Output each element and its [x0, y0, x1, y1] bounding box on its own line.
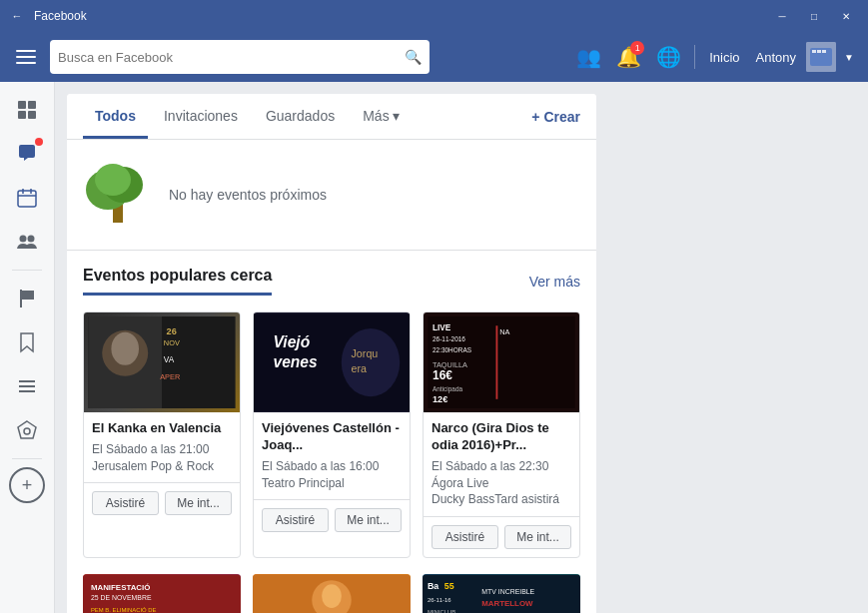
svg-text:12€: 12€ [433, 394, 447, 404]
store-icon [16, 419, 38, 441]
asistire-btn-2[interactable]: Asistiré [262, 508, 329, 532]
svg-text:26: 26 [167, 326, 177, 336]
svg-rect-6 [28, 101, 36, 109]
nav-icons: 👥 🔔 1 🌐 Inicio Antony ▼ [570, 39, 858, 75]
globe-icon: 🌐 [656, 45, 681, 69]
minimize-button[interactable]: ─ [768, 6, 796, 26]
calendar-icon [16, 187, 38, 209]
sidebar-item-saved[interactable] [7, 322, 47, 362]
content-area: Todos Invitaciones Guardados Más ▾ + Cre… [55, 82, 608, 613]
inicio-button[interactable]: Inicio [703, 46, 745, 69]
event-info-1: El Kanka en Valencia El Sábado a las 21:… [84, 412, 240, 482]
svg-rect-3 [817, 50, 821, 53]
title-bar: ← Facebook ─ □ ✕ [0, 0, 868, 32]
svg-text:APER: APER [160, 372, 180, 381]
app-title: Facebook [34, 9, 87, 23]
event-info-3: Narco (Gira Dios te odia 2016)+Pr... El … [424, 412, 579, 516]
event-image-1: 26 NOV VA APER [84, 312, 240, 412]
sidebar-item-marketplace[interactable] [7, 410, 47, 450]
svg-point-13 [20, 236, 27, 243]
svg-rect-9 [18, 191, 36, 207]
svg-text:55: 55 [444, 581, 454, 591]
flag-icon [16, 288, 38, 309]
event-date-1: El Sábado a las 21:00 [92, 441, 232, 458]
svg-point-14 [28, 236, 35, 243]
back-icon: ← [12, 10, 23, 22]
events-grid: 26 NOV VA APER El Kanka en Valencia El S… [67, 304, 596, 574]
svg-point-28 [111, 332, 139, 365]
chat-icon [16, 143, 38, 165]
event-date-2: El Sábado a las 16:00 [262, 458, 402, 475]
meint-btn-2[interactable]: Me int... [335, 508, 402, 532]
tree-svg [83, 160, 153, 230]
meint-btn-1[interactable]: Me int... [165, 491, 232, 515]
no-events-banner: No hay eventos próximos [67, 140, 596, 251]
sidebar-item-home[interactable] [7, 90, 47, 130]
add-icon: + [22, 475, 33, 496]
notifications-nav-button[interactable]: 🔔 1 [610, 39, 646, 75]
event-card-1[interactable]: 26 NOV VA APER El Kanka en Valencia El S… [83, 311, 241, 558]
meint-btn-3[interactable]: Me int... [504, 525, 571, 549]
sidebar: + [0, 82, 55, 613]
event-actions-2: Asistiré Me int... [254, 499, 410, 540]
close-button[interactable]: ✕ [832, 6, 860, 26]
svg-text:22:30HORAS: 22:30HORAS [433, 346, 471, 353]
svg-text:Ba: Ba [428, 581, 438, 591]
tab-guardados[interactable]: Guardados [254, 94, 347, 139]
search-icon[interactable]: 🔍 [405, 49, 422, 65]
search-input[interactable] [58, 50, 399, 65]
svg-text:venes: venes [274, 353, 319, 370]
globe-nav-button[interactable]: 🌐 [650, 39, 686, 75]
hamburger-line-1 [16, 50, 36, 52]
tree-illustration [83, 160, 153, 230]
event-card-3[interactable]: LIVE 26-11-2016 22:30HORAS NA TAQUILLA 1… [423, 311, 580, 558]
maximize-button[interactable]: □ [800, 6, 828, 26]
bottom-thumbnails: MANIFESTACIÓ 25 DE NOVEMBRE PEM B. ELIMI… [67, 574, 596, 613]
svg-rect-4 [822, 50, 826, 53]
avatar[interactable] [806, 42, 836, 72]
event-image-2: Viejó venes Jorqu era [254, 312, 410, 412]
sidebar-item-groups[interactable] [7, 222, 47, 262]
bottom-thumb-2[interactable]: vine al directe... [253, 574, 411, 613]
svg-rect-5 [18, 101, 26, 109]
back-button[interactable]: ← [8, 7, 26, 25]
svg-text:MTV INCREIBLE: MTV INCREIBLE [481, 588, 534, 595]
event-actions-1: Asistiré Me int... [84, 482, 240, 523]
groups-icon [16, 231, 38, 253]
asistire-btn-3[interactable]: Asistiré [432, 525, 498, 549]
user-name-button[interactable]: Antony [750, 46, 802, 69]
asistire-btn-1[interactable]: Asistiré [92, 491, 159, 515]
svg-marker-19 [18, 421, 36, 438]
main-layout: + Todos Invitaciones Guardados Más ▾ + C… [0, 82, 868, 613]
svg-point-36 [342, 328, 401, 396]
event-card-2[interactable]: Viejó venes Jorqu era Viejóvenes Castell… [253, 311, 411, 558]
sidebar-item-events[interactable] [7, 178, 47, 218]
ver-mas-button[interactable]: Ver más [529, 274, 580, 290]
home-icon [16, 99, 38, 121]
friends-icon: 👥 [576, 45, 601, 69]
friends-nav-button[interactable]: 👥 [570, 39, 606, 75]
svg-text:PEM B. ELIMINACIÓ DE: PEM B. ELIMINACIÓ DE [91, 607, 157, 613]
svg-point-20 [24, 428, 30, 434]
hamburger-button[interactable] [10, 41, 42, 73]
tab-invitaciones[interactable]: Invitaciones [152, 94, 250, 139]
sidebar-item-pages[interactable] [7, 279, 47, 318]
sidebar-add-button[interactable]: + [9, 467, 45, 503]
hamburger-line-2 [16, 56, 36, 58]
window-controls: ─ □ ✕ [768, 6, 860, 26]
svg-point-24 [95, 164, 131, 196]
create-button[interactable]: + Crear [531, 109, 580, 125]
svg-text:VA: VA [164, 355, 175, 364]
hamburger-line-3 [16, 62, 36, 64]
event-extra-3: Ducky BassTard asistirá [432, 491, 571, 508]
tab-mas[interactable]: Más ▾ [351, 94, 411, 139]
nav-dropdown-icon[interactable]: ▼ [840, 48, 858, 67]
bottom-thumb-3[interactable]: Ba 55 26-11-16 MINICLUB MTV INCREIBLE MA… [423, 574, 580, 613]
sidebar-item-feed[interactable] [7, 366, 47, 406]
tab-todos[interactable]: Todos [83, 94, 148, 139]
tabs-bar: Todos Invitaciones Guardados Más ▾ + Cre… [67, 94, 596, 140]
sidebar-item-chat[interactable] [7, 134, 47, 174]
bottom-thumb-1[interactable]: MANIFESTACIÓ 25 DE NOVEMBRE PEM B. ELIMI… [83, 574, 241, 613]
event-venue-1: Jerusalem Pop & Rock [92, 458, 232, 475]
event-image-3: LIVE 26-11-2016 22:30HORAS NA TAQUILLA 1… [424, 312, 579, 412]
